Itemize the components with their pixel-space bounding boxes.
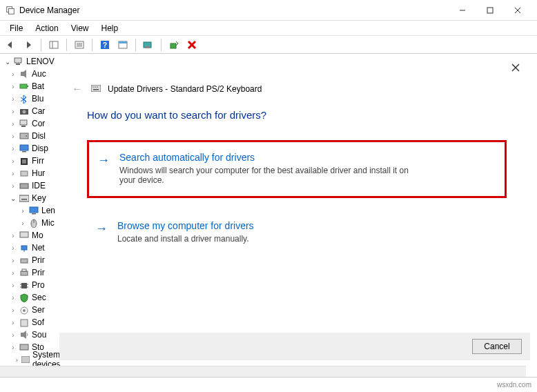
toolbar-separator <box>135 39 136 51</box>
dialog-close-button[interactable] <box>505 59 526 76</box>
tree-item-label: Sof <box>32 317 44 327</box>
monitor-icon <box>19 231 29 239</box>
tree-item[interactable]: ›Firr <box>4 155 61 167</box>
svg-point-31 <box>26 135 27 137</box>
computer-icon <box>14 57 23 66</box>
svg-rect-38 <box>19 195 29 202</box>
chevron-right-icon: › <box>10 306 17 314</box>
chevron-right-icon: › <box>10 331 17 339</box>
svg-rect-39 <box>21 199 27 200</box>
toolbar-separator <box>161 39 162 51</box>
update-driver-button[interactable] <box>166 37 182 52</box>
tree-item[interactable]: ›Len <box>4 204 61 217</box>
tree-item[interactable]: ›Prir <box>4 266 61 279</box>
menu-file[interactable]: File <box>4 22 28 35</box>
close-button[interactable] <box>504 1 531 20</box>
tree-item[interactable]: ›Disl <box>4 130 61 142</box>
device-tree[interactable]: ⌄ LENOV ›Auc›Bat›Blu›Car›Cor›Disl›Disp›F… <box>0 54 61 369</box>
properties-button[interactable] <box>72 37 87 52</box>
menu-help[interactable]: Help <box>96 22 124 35</box>
cancel-button[interactable]: Cancel <box>472 339 522 354</box>
maximize-button[interactable] <box>476 1 504 20</box>
option-search-automatically[interactable]: → Search automatically for drivers Windo… <box>87 140 507 198</box>
display-icon <box>19 144 29 153</box>
svg-rect-63 <box>91 85 101 92</box>
tree-item[interactable]: ›Mic <box>4 217 61 229</box>
svg-rect-37 <box>20 184 28 188</box>
svg-rect-45 <box>21 246 27 250</box>
svg-rect-33 <box>22 151 26 153</box>
svg-rect-25 <box>27 86 28 87</box>
chevron-right-icon: › <box>15 356 19 364</box>
tree-root[interactable]: ⌄ LENOV <box>4 57 61 66</box>
action-button[interactable] <box>115 37 130 52</box>
svg-rect-32 <box>20 145 28 150</box>
tree-item-label: Prir <box>32 268 45 277</box>
show-hide-tree-button[interactable] <box>46 37 61 52</box>
tree-item[interactable]: ›IDE <box>4 179 61 192</box>
tree-item[interactable]: ⌄Key <box>4 192 61 204</box>
tree-item-label: Len <box>41 206 55 215</box>
window-title: Device Manager <box>19 6 449 15</box>
tree-item[interactable]: ›Pro <box>4 279 61 291</box>
menu-action[interactable]: Action <box>30 22 64 35</box>
tree-item[interactable]: ›Mo <box>4 229 61 242</box>
chevron-right-icon: › <box>10 257 17 264</box>
svg-rect-49 <box>22 269 26 271</box>
chevron-down-icon: ⌄ <box>10 195 17 202</box>
svg-point-56 <box>23 309 26 312</box>
tree-item[interactable]: ›Prir <box>4 254 61 266</box>
help-button[interactable]: ? <box>97 37 113 52</box>
horizontal-scrollbar[interactable] <box>0 366 526 377</box>
tree-item-label: Cor <box>32 119 45 128</box>
disk-icon <box>19 132 29 140</box>
tree-item[interactable]: ›Sec <box>4 291 61 304</box>
tree-item[interactable]: ›Sou <box>4 329 61 341</box>
storage-icon <box>19 343 29 351</box>
tree-item-label: Auc <box>32 69 46 79</box>
menubar: File Action View Help <box>0 21 537 36</box>
network-icon <box>19 244 29 252</box>
tree-item-label: Disp <box>32 144 48 153</box>
dialog-back-button[interactable]: ← <box>70 83 84 95</box>
forward-button[interactable] <box>21 37 36 52</box>
tree-item[interactable]: ›Hur <box>4 167 61 179</box>
keyboard-icon <box>91 84 101 94</box>
tree-item[interactable]: ›Ser <box>4 304 61 316</box>
menu-view[interactable]: View <box>66 22 95 35</box>
tree-item[interactable]: ›Auc <box>4 68 61 80</box>
tree-item[interactable]: › System devices <box>4 353 61 366</box>
tree-item-label: Disl <box>32 131 46 141</box>
svg-rect-28 <box>20 120 27 125</box>
svg-rect-35 <box>22 159 26 164</box>
tree-item-label: Pro <box>32 280 45 290</box>
chevron-right-icon: › <box>10 182 17 190</box>
option-browse-computer[interactable]: → Browse my computer for drivers Locate … <box>87 210 507 255</box>
back-button[interactable] <box>3 37 18 52</box>
scan-hardware-button[interactable] <box>141 37 156 52</box>
battery-icon <box>19 82 29 90</box>
tree-item[interactable]: ›Net <box>4 242 61 254</box>
minimize-button[interactable] <box>449 1 476 20</box>
toolbar-separator <box>41 39 41 51</box>
svg-rect-24 <box>20 84 27 88</box>
chevron-right-icon: › <box>19 219 26 227</box>
security-icon <box>19 293 29 302</box>
printer-icon <box>19 268 29 277</box>
tree-item[interactable]: ›Disp <box>4 142 61 155</box>
tree-item[interactable]: ›Blu <box>4 92 61 105</box>
svg-rect-41 <box>32 213 36 215</box>
tree-item[interactable]: ›Sof <box>4 316 61 329</box>
tree-item[interactable]: ›Cor <box>4 117 61 130</box>
tree-item[interactable]: ›Bat <box>4 80 61 92</box>
chevron-right-icon: › <box>10 157 17 165</box>
svg-rect-44 <box>20 232 28 237</box>
chevron-right-icon: › <box>10 282 17 289</box>
tree-item[interactable]: ›Car <box>4 105 61 117</box>
svg-rect-60 <box>21 356 30 363</box>
chevron-down-icon: ⌄ <box>4 58 11 66</box>
tree-item-label: Hur <box>32 168 45 178</box>
option-title: Browse my computer for drivers <box>117 220 254 231</box>
uninstall-button[interactable] <box>184 37 199 52</box>
chevron-right-icon: › <box>10 70 17 78</box>
